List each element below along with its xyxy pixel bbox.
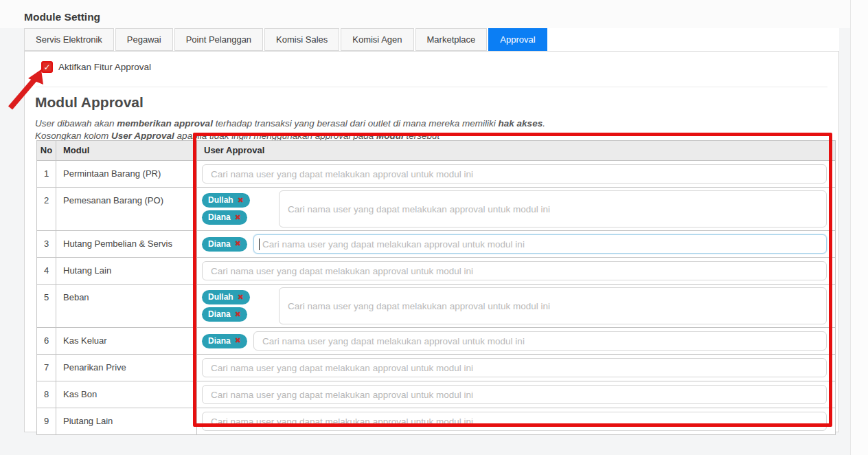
enable-approval-label: Aktifkan Fitur Approval bbox=[58, 62, 151, 72]
tab-pegawai[interactable]: Pegawai bbox=[115, 28, 173, 51]
user-tag-label: Dullah bbox=[208, 292, 233, 302]
user-approval-cell bbox=[202, 411, 827, 432]
enable-approval-checkbox[interactable]: ✓ bbox=[41, 61, 53, 73]
tab-servis-elektronik[interactable]: Servis Elektronik bbox=[24, 28, 114, 51]
user-approval-search-input[interactable] bbox=[202, 261, 827, 280]
column-header-user-approval: User Approval bbox=[197, 141, 836, 161]
user-tag: Dullah✖ bbox=[202, 193, 250, 208]
row-number: 4 bbox=[37, 258, 56, 285]
tab-komisi-agen[interactable]: Komisi Agen bbox=[341, 28, 413, 51]
remove-tag-icon[interactable]: ✖ bbox=[235, 311, 241, 318]
user-approval-search-input[interactable] bbox=[253, 234, 827, 254]
table-row: 7Penarikan Prive bbox=[37, 355, 836, 381]
user-tag: Diana✖ bbox=[202, 307, 247, 322]
row-number: 1 bbox=[37, 161, 56, 188]
tab-point-pelanggan[interactable]: Point Pelanggan bbox=[174, 28, 263, 51]
table-header-row: No Modul User Approval bbox=[37, 141, 836, 161]
table-row: 4Hutang Lain bbox=[37, 258, 836, 285]
table-row: 1Permintaan Barang (PR) bbox=[37, 161, 836, 188]
module-name: Penarikan Prive bbox=[56, 355, 197, 381]
remove-tag-icon[interactable]: ✖ bbox=[235, 337, 241, 344]
description-line-1: User dibawah akan memberikan approval te… bbox=[35, 118, 545, 129]
user-approval-cell bbox=[202, 384, 827, 405]
check-icon: ✓ bbox=[43, 63, 50, 72]
user-approval-cell bbox=[202, 260, 827, 281]
remove-tag-icon[interactable]: ✖ bbox=[238, 293, 244, 301]
user-tag: Diana✖ bbox=[202, 210, 247, 225]
user-approval-cell bbox=[202, 164, 827, 184]
row-number: 2 bbox=[37, 188, 56, 231]
remove-tag-icon[interactable]: ✖ bbox=[235, 240, 241, 247]
user-approval-cell: Diana✖ bbox=[202, 234, 827, 254]
user-tag-label: Diana bbox=[208, 212, 231, 222]
module-name: Beban bbox=[56, 285, 197, 328]
approval-modules-table: No Modul User Approval 1Permintaan Baran… bbox=[36, 140, 836, 435]
tab-bar: Servis ElektronikPegawaiPoint PelangganK… bbox=[24, 28, 839, 51]
user-approval-cell: Dullah✖Diana✖ bbox=[202, 190, 827, 228]
user-approval-cell bbox=[202, 357, 827, 378]
tab-content-panel: ✓ Aktifkan Fitur Approval Modul Approval… bbox=[24, 51, 839, 432]
user-approval-cell: Diana✖ bbox=[202, 331, 827, 351]
user-approval-search-input[interactable] bbox=[202, 385, 827, 404]
scrollbar-gutter[interactable] bbox=[850, 0, 868, 455]
tab-approval[interactable]: Approval bbox=[488, 28, 547, 51]
header-band bbox=[0, 0, 868, 28]
user-approval-search-input[interactable] bbox=[279, 287, 827, 324]
user-tag: Diana✖ bbox=[202, 237, 247, 252]
module-name: Permintaan Barang (PR) bbox=[56, 161, 197, 188]
module-name: Pemesanan Barang (PO) bbox=[56, 188, 197, 231]
user-approval-search-input[interactable] bbox=[202, 164, 827, 184]
module-name: Kas Bon bbox=[56, 381, 197, 408]
module-name: Piutang Lain bbox=[56, 408, 197, 435]
user-approval-search-input[interactable] bbox=[279, 190, 827, 228]
table-row: 5BebanDullah✖Diana✖ bbox=[37, 285, 836, 328]
row-number: 3 bbox=[37, 231, 56, 258]
remove-tag-icon[interactable]: ✖ bbox=[235, 214, 241, 221]
user-tag-label: Diana bbox=[208, 309, 231, 319]
module-name: Hutang Lain bbox=[56, 258, 197, 285]
column-header-no: No bbox=[37, 141, 56, 161]
table-row: 8Kas Bon bbox=[37, 381, 836, 408]
row-number: 6 bbox=[37, 328, 56, 355]
enable-approval-row: ✓ Aktifkan Fitur Approval bbox=[41, 61, 151, 73]
user-approval-cell: Dullah✖Diana✖ bbox=[202, 287, 827, 324]
remove-tag-icon[interactable]: ✖ bbox=[238, 197, 244, 204]
table-row: 2Pemesanan Barang (PO)Dullah✖Diana✖ bbox=[37, 188, 836, 231]
page-title: Module Setting bbox=[24, 11, 100, 23]
description-line-2: Kosongkan kolom User Approval apabila ti… bbox=[35, 131, 439, 141]
table-row: 9Piutang Lain bbox=[37, 408, 836, 435]
module-name: Hutang Pembelian & Servis bbox=[56, 231, 197, 258]
tab-marketplace[interactable]: Marketplace bbox=[415, 28, 488, 51]
row-number: 5 bbox=[37, 285, 56, 328]
row-number: 9 bbox=[37, 408, 56, 435]
row-number: 7 bbox=[37, 355, 56, 381]
text-cursor bbox=[259, 238, 260, 250]
section-title: Modul Approval bbox=[35, 94, 144, 111]
row-number: 8 bbox=[37, 381, 56, 408]
user-approval-search-input[interactable] bbox=[253, 331, 827, 351]
user-approval-search-input[interactable] bbox=[202, 358, 827, 377]
table-row: 3Hutang Pembelian & ServisDiana✖ bbox=[37, 231, 836, 258]
user-tag-label: Diana bbox=[208, 239, 231, 249]
user-tag: Dullah✖ bbox=[202, 290, 250, 304]
tab-komisi-sales[interactable]: Komisi Sales bbox=[264, 28, 339, 51]
column-header-modul: Modul bbox=[56, 141, 197, 161]
user-tag-label: Diana bbox=[208, 336, 231, 346]
tags-column: Dullah✖Diana✖ bbox=[202, 193, 279, 225]
user-tag: Diana✖ bbox=[202, 334, 247, 348]
user-approval-search-input[interactable] bbox=[202, 412, 827, 431]
table-row: 6Kas KeluarDiana✖ bbox=[37, 328, 836, 355]
divider bbox=[36, 87, 827, 87]
user-tag-label: Dullah bbox=[208, 195, 233, 205]
module-name: Kas Keluar bbox=[56, 328, 197, 355]
tags-column: Dullah✖Diana✖ bbox=[202, 290, 279, 322]
